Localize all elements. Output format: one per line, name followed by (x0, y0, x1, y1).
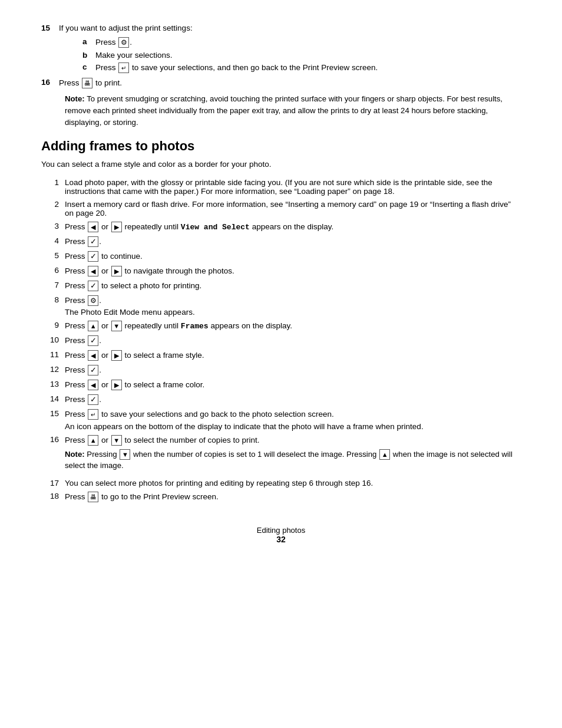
step-10-num: 10 (41, 335, 59, 344)
step-16-press: Press (59, 78, 80, 87)
step-18: 18 Press 🖶 to go to the Print Preview sc… (41, 492, 521, 502)
step-16-num: 16 (41, 435, 59, 444)
step-15-num: 15 (41, 409, 59, 418)
step-13-content: Press ◀ or ▶ to select a frame color. (65, 380, 521, 390)
step-12-num: 12 (41, 365, 59, 374)
step-16-note-label: Note: (65, 450, 85, 459)
step-1: 1 Load photo paper, with the glossy or p… (41, 178, 521, 196)
up-icon-16: ▲ (88, 435, 98, 446)
print-icon: 🖶 (82, 78, 92, 88)
arrow-left-icon-13: ◀ (88, 380, 98, 390)
step-8-num: 8 (41, 295, 59, 304)
gear-icon: ⚙ (118, 37, 129, 48)
sub-step-a: a Press ⚙. (82, 37, 521, 48)
step-15-sub: An icon appears on the bottom of the dis… (65, 422, 424, 431)
step-6-content: Press ◀ or ▶ to navigate through the pho… (65, 266, 521, 276)
step-18-num: 18 (41, 492, 59, 500)
check-icon: ✓ (88, 236, 98, 247)
step-16: 16 Press ▲ or ▼ to select the number of … (41, 435, 521, 475)
step-18-content: Press 🖶 to go to the Print Preview scree… (65, 492, 521, 502)
step-3-num: 3 (41, 222, 59, 230)
up-icon-9: ▲ (88, 321, 98, 331)
down-icon-note: ▼ (120, 449, 130, 460)
check-icon-10: ✓ (88, 335, 98, 346)
arrow-left-icon: ◀ (88, 222, 98, 232)
sub-c-content: Press ↵ to save your selections, and the… (95, 62, 378, 73)
step-11: 11 Press ◀ or ▶ to select a frame style. (41, 350, 521, 361)
gear-icon-8: ⚙ (88, 295, 98, 306)
back-icon: ↵ (118, 62, 129, 73)
sub-b-text: Make your selections. (95, 51, 173, 60)
sub-b-label: b (82, 51, 95, 60)
step-11-num: 11 (41, 350, 59, 359)
step-16-note: Note: Pressing ▼ when the number of copi… (65, 449, 521, 472)
sub-a-period: . (130, 38, 132, 47)
up-icon-note: ▲ (379, 449, 390, 460)
down-icon-16: ▼ (111, 435, 122, 446)
intro-note-label: Note: (65, 94, 85, 103)
step-16-text: to print. (95, 78, 122, 87)
footer-label: Editing photos (41, 526, 521, 535)
step-10-content: Press ✓. (65, 335, 521, 346)
step-6-num: 6 (41, 266, 59, 275)
step-3-content: Press ◀ or ▶ repeatedly until View and S… (65, 222, 521, 232)
arrow-right-icon: ▶ (111, 222, 122, 232)
step-17-text: You can select more photos for printing … (65, 479, 521, 487)
step-9-num: 9 (41, 321, 59, 330)
check-icon-7: ✓ (88, 281, 98, 291)
step-11-content: Press ◀ or ▶ to select a frame style. (65, 350, 521, 361)
print-icon-18: 🖶 (88, 492, 98, 502)
step-8-sub: The Photo Edit Mode menu appears. (65, 308, 195, 317)
sub-step-b: b Make your selections. (82, 51, 521, 60)
step-2-num: 2 (41, 200, 59, 209)
arrow-right-icon-13: ▶ (111, 380, 122, 390)
step-7: 7 Press ✓ to select a photo for printing… (41, 281, 521, 291)
step-9: 9 Press ▲ or ▼ repeatedly until Frames a… (41, 321, 521, 331)
step-15-top: 15 If you want to adjust the print setti… (41, 24, 521, 32)
step-10: 10 Press ✓. (41, 335, 521, 346)
sub-a-content: Press ⚙. (95, 37, 132, 48)
sub-a-label: a (82, 37, 95, 48)
step-4-num: 4 (41, 236, 59, 245)
step-7-num: 7 (41, 281, 59, 289)
step-15-num: 15 (41, 24, 59, 32)
step-4: 4 Press ✓. (41, 236, 521, 247)
step-5-content: Press ✓ to continue. (65, 251, 521, 262)
arrow-right-icon-6: ▶ (111, 266, 122, 276)
arrow-left-icon-11: ◀ (88, 350, 98, 361)
check-icon-14: ✓ (88, 394, 98, 405)
step-8: 8 Press ⚙. The Photo Edit Mode menu appe… (41, 295, 521, 317)
step-15-text: If you want to adjust the print settings… (59, 24, 193, 32)
section-title: Adding frames to photos (41, 139, 521, 154)
step-12-content: Press ✓. (65, 365, 521, 375)
sub-c-press: Press (95, 63, 116, 72)
step-1-text: Load photo paper, with the glossy or pri… (65, 178, 521, 196)
step-15: 15 Press ↵ to save your selections and g… (41, 409, 521, 431)
step-16-num: 16 (41, 78, 59, 88)
step-17-num: 17 (41, 479, 59, 487)
step-17: 17 You can select more photos for printi… (41, 479, 521, 487)
arrow-left-icon-6: ◀ (88, 266, 98, 276)
steps-list: 1 Load photo paper, with the glossy or p… (41, 178, 521, 503)
sub-step-c: c Press ↵ to save your selections, and t… (82, 62, 521, 73)
step-12: 12 Press ✓. (41, 365, 521, 375)
intro-note: Note: To prevent smudging or scratching,… (65, 93, 521, 128)
step-3: 3 Press ◀ or ▶ repeatedly until View and… (41, 222, 521, 232)
step-7-content: Press ✓ to select a photo for printing. (65, 281, 521, 291)
step-9-content: Press ▲ or ▼ repeatedly until Frames app… (65, 321, 521, 331)
step-13: 13 Press ◀ or ▶ to select a frame color. (41, 380, 521, 390)
step-2-text: Insert a memory card or flash drive. For… (65, 200, 521, 218)
intro-note-text: To prevent smudging or scratching, avoid… (65, 94, 503, 127)
step-16-content: Press 🖶 to print. (59, 78, 122, 88)
sub-c-text: to save your selections, and then go bac… (132, 63, 378, 72)
check-icon-5: ✓ (88, 251, 98, 262)
step-4-content: Press ✓. (65, 236, 521, 247)
step-14-num: 14 (41, 394, 59, 403)
step-8-content: Press ⚙. The Photo Edit Mode menu appear… (65, 295, 521, 317)
step-14-content: Press ✓. (65, 394, 521, 405)
step-16-top: 16 Press 🖶 to print. (41, 78, 521, 88)
intro-section: 15 If you want to adjust the print setti… (41, 24, 521, 128)
step-6: 6 Press ◀ or ▶ to navigate through the p… (41, 266, 521, 276)
step-15-content: Press ↵ to save your selections and go b… (65, 409, 521, 431)
down-icon-9: ▼ (111, 321, 122, 331)
